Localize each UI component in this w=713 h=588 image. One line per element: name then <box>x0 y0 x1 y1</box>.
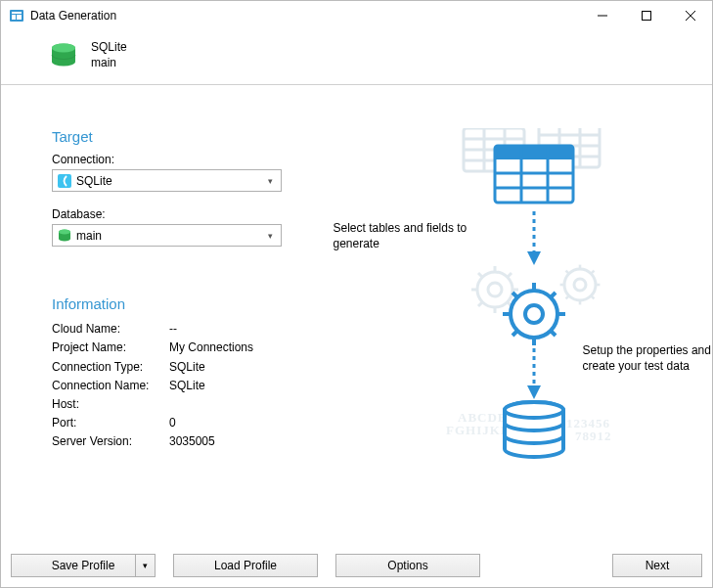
svg-rect-1 <box>12 12 22 14</box>
sqlite-icon <box>57 173 72 189</box>
info-row: Project Name:My Connections <box>52 339 345 357</box>
info-heading: Information <box>52 295 345 312</box>
svg-point-12 <box>59 229 70 234</box>
options-button[interactable]: Options <box>335 554 480 577</box>
svg-point-69 <box>505 402 563 418</box>
svg-marker-64 <box>527 385 541 399</box>
info-row: Server Version:3035005 <box>52 432 345 451</box>
target-heading: Target <box>52 128 345 145</box>
chevron-down-icon: ▾ <box>264 231 277 241</box>
svg-line-61 <box>551 331 556 336</box>
info-row: Host: <box>52 395 345 414</box>
minimize-button[interactable] <box>580 1 624 30</box>
svg-line-59 <box>551 293 556 297</box>
svg-line-49 <box>591 271 594 274</box>
diagram-caption-1: Select tables and fields to generate <box>334 221 490 251</box>
svg-line-50 <box>565 271 568 274</box>
close-icon <box>686 11 695 21</box>
info-row: Cloud Name:-- <box>52 320 345 339</box>
wizard-diagram: ABCDE FGHIJKL 123456 78912 Select tables… <box>387 128 642 526</box>
header-line1: SQLite <box>91 40 127 56</box>
svg-point-54 <box>525 305 543 323</box>
svg-point-33 <box>477 272 512 307</box>
connection-combo[interactable]: SQLite ▾ <box>52 169 282 192</box>
content: Target Connection: SQLite ▾ Database: ma… <box>1 85 712 546</box>
svg-line-44 <box>478 302 482 306</box>
svg-point-34 <box>488 283 502 296</box>
info-row: Port:0 <box>52 414 345 432</box>
diagram-caption-2: Setup the properties and create your tes… <box>583 343 714 374</box>
header-strip: SQLite main <box>1 30 712 85</box>
svg-rect-26 <box>495 146 573 159</box>
connection-value: SQLite <box>76 174 264 188</box>
save-profile-button[interactable]: Save Profile ▾ <box>11 554 156 577</box>
svg-rect-3 <box>17 15 22 20</box>
info-row: Connection Type:SQLite <box>52 358 345 377</box>
info-row: Connection Name:SQLite <box>52 377 345 395</box>
database-value: main <box>76 229 264 243</box>
svg-line-42 <box>478 273 482 277</box>
app-icon <box>9 8 24 23</box>
database-label: Database: <box>52 207 345 221</box>
svg-line-62 <box>512 331 517 336</box>
close-button[interactable] <box>668 1 712 30</box>
svg-point-9 <box>52 43 75 52</box>
database-small-icon <box>57 228 72 244</box>
svg-marker-32 <box>527 251 541 265</box>
header-line2: main <box>91 56 127 71</box>
connection-label: Connection: <box>52 153 345 166</box>
svg-line-41 <box>508 273 512 277</box>
svg-rect-5 <box>642 12 650 21</box>
database-combo[interactable]: main ▾ <box>52 224 282 247</box>
maximize-button[interactable] <box>624 1 668 30</box>
svg-point-36 <box>574 279 586 291</box>
svg-line-51 <box>591 295 594 298</box>
window-title: Data Generation <box>30 9 580 23</box>
next-button[interactable]: Next <box>612 554 702 577</box>
svg-line-60 <box>512 293 517 297</box>
svg-rect-2 <box>12 15 16 20</box>
maximize-icon <box>642 11 651 21</box>
titlebar: Data Generation <box>1 1 712 30</box>
minimize-icon <box>598 11 607 21</box>
svg-text:78912: 78912 <box>575 429 612 443</box>
svg-text:FGHIJKL: FGHIJKL <box>446 423 511 437</box>
save-profile-dropdown[interactable]: ▾ <box>135 555 155 576</box>
svg-point-53 <box>511 291 557 338</box>
load-profile-button[interactable]: Load Profile <box>173 554 318 577</box>
svg-line-52 <box>565 295 568 298</box>
database-icon <box>50 43 77 68</box>
footer: Save Profile ▾ Load Profile Options Next <box>1 546 712 587</box>
chevron-down-icon: ▾ <box>264 176 277 186</box>
